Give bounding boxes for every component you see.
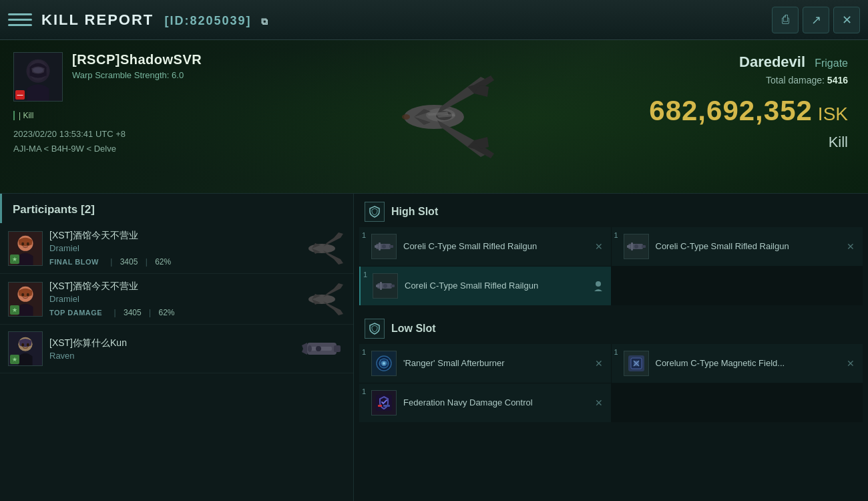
- copy-button[interactable]: ⎙: [772, 7, 799, 33]
- total-damage-value: 5416: [827, 75, 848, 86]
- equipment-image: [624, 234, 649, 259]
- participant-name: [XST]酒馆今天不营业: [49, 281, 292, 293]
- participant-item[interactable]: ★ [XST]酒馆今天不营业 Dramiel Top Damage | 3405…: [0, 274, 353, 325]
- participant-badge: Final Blow: [49, 258, 99, 266]
- title-text: KILL REPORT: [41, 11, 154, 28]
- participant-stats: Final Blow | 3405 | 62%: [49, 257, 292, 267]
- equipment-name: Federation Navy Damage Control: [403, 397, 587, 409]
- svg-point-14: [21, 293, 24, 296]
- low-shield-icon: [368, 322, 381, 335]
- equipment-image: [371, 390, 397, 415]
- svg-point-15: [27, 293, 29, 296]
- close-button[interactable]: ✕: [833, 7, 860, 33]
- participant-ship-icon: [298, 283, 345, 316]
- hero-section: — [RSCP]ShadowSVR Warp Scramble Strength…: [0, 40, 868, 194]
- report-id: [ID:8205039]: [164, 14, 251, 27]
- kill-datetime: 2023/02/20 13:53:41 UTC +8: [13, 127, 214, 142]
- remove-button[interactable]: ✕: [594, 397, 604, 408]
- equipment-panel: High Slot 1 Coreli C-Type Small Rifled R…: [354, 194, 868, 501]
- equipment-qty: 1: [362, 348, 366, 356]
- copy-id-button[interactable]: ⧉: [261, 16, 269, 27]
- participant-avatar: ★: [8, 331, 43, 366]
- header-bar: KILL REPORT [ID:8205039] ⧉ ⎙ ↗ ✕: [0, 0, 868, 40]
- railgun-icon: [626, 236, 647, 257]
- main-content: Participants [2] ★: [0, 194, 868, 501]
- afterburner-icon: [373, 353, 395, 374]
- remove-button[interactable]: ✕: [594, 358, 604, 369]
- pilot-icon: [592, 280, 604, 292]
- menu-button[interactable]: [8, 8, 32, 32]
- share-button[interactable]: ↗: [803, 7, 829, 33]
- equipment-item[interactable]: 1 'Ranger' Small Afterburner ✕: [359, 344, 611, 383]
- shield-icon: [368, 205, 381, 218]
- equipment-item[interactable]: 1 Coreli C-Type Small Rifled Railgun ✕: [612, 227, 863, 266]
- total-damage-label: Total damage:: [766, 75, 825, 86]
- railgun-icon: [375, 275, 396, 297]
- raven-icon: [298, 332, 345, 365]
- ship-name: Daredevil: [739, 53, 805, 70]
- participant-damage: 3405: [124, 308, 142, 317]
- participants-title: Participants [2]: [0, 194, 353, 223]
- dramiel-icon: [298, 232, 345, 265]
- low-slot-label: Low Slot: [391, 323, 436, 335]
- high-slot-title: High Slot: [354, 194, 868, 227]
- svg-point-39: [383, 284, 387, 288]
- svg-point-24: [316, 346, 321, 351]
- svg-rect-22: [334, 345, 341, 352]
- svg-point-9: [21, 242, 24, 245]
- svg-point-16: [308, 295, 335, 304]
- svg-point-34: [634, 244, 638, 248]
- remove-button[interactable]: ✕: [845, 241, 856, 252]
- low-slot-icon: [365, 319, 385, 339]
- hero-left-panel: — [RSCP]ShadowSVR Warp Scramble Strength…: [0, 40, 227, 193]
- hero-meta: 2023/02/20 13:53:41 UTC +8 AJI-MA < B4H-…: [13, 127, 214, 156]
- participant-info: [XST]你算什么Kun Raven: [43, 337, 298, 361]
- svg-point-10: [27, 242, 29, 245]
- equipment-image: [624, 351, 649, 376]
- svg-rect-28: [375, 245, 378, 248]
- remove-button[interactable]: ✕: [594, 241, 604, 252]
- ship-name-row: Daredevil Frigate: [649, 53, 848, 71]
- equipment-qty: 1: [363, 271, 367, 279]
- dramiel-icon: [298, 283, 345, 316]
- participant-avatar: ★: [8, 282, 43, 317]
- remove-button[interactable]: ✕: [845, 358, 856, 369]
- equipment-image: [371, 351, 397, 376]
- stat-divider: |: [114, 308, 116, 317]
- svg-rect-33: [627, 245, 630, 248]
- svg-point-20: [27, 343, 29, 347]
- equipment-name: 'Ranger' Small Afterburner: [403, 358, 587, 369]
- participants-label: Participants: [13, 203, 77, 216]
- kill-result: Kill: [649, 134, 848, 151]
- equipment-qty: 1: [362, 387, 366, 395]
- stat-divider: |: [110, 257, 112, 267]
- equipment-item[interactable]: 1 Corelum C-Type Magnetic Field... ✕: [612, 344, 863, 383]
- equipment-item[interactable]: 1 Coreli C-Type Small Rifled Railgun ✕: [359, 227, 611, 266]
- participant-name: [XST]酒馆今天不营业: [49, 230, 292, 242]
- participants-count: [2]: [81, 203, 95, 216]
- equipment-item[interactable]: 1 Federation Navy Damage Control ✕: [359, 383, 611, 422]
- isk-row: 682,692,352 ISK: [649, 90, 848, 127]
- participant-item[interactable]: ★ [XST]你算什么Kun Raven: [0, 325, 353, 373]
- pilot-name: [RSCP]ShadowSVR: [72, 52, 214, 67]
- svg-rect-38: [376, 285, 379, 287]
- low-slot-grid: 1 'Ranger' Small Afterburner ✕ 1: [359, 344, 863, 422]
- participant-item[interactable]: ★ [XST]酒馆今天不营业 Dramiel Final Blow | 3405…: [0, 223, 353, 274]
- svg-point-19: [21, 343, 24, 347]
- participant-ship: Raven: [49, 351, 292, 361]
- svg-point-29: [382, 244, 386, 248]
- stat-divider: |: [149, 308, 151, 317]
- ship-class: Frigate: [815, 57, 848, 69]
- equipment-item-highlighted[interactable]: 1 Coreli C-Type Small Rifled Railgun: [359, 267, 611, 305]
- participant-rank-star: ★: [10, 255, 19, 264]
- participant-info: [XST]酒馆今天不营业 Dramiel Final Blow | 3405 |…: [43, 230, 298, 267]
- pilot-avatar: —: [13, 52, 63, 102]
- ship-image: [327, 50, 541, 184]
- pilot-row: — [RSCP]ShadowSVR Warp Scramble Strength…: [13, 52, 214, 102]
- total-damage-row: Total damage: 5416: [649, 75, 848, 86]
- low-slot-title: Low Slot: [354, 311, 868, 344]
- participant-ship-icon: [298, 232, 345, 265]
- svg-rect-40: [380, 282, 382, 290]
- participant-stats: Top Damage | 3405 | 62%: [49, 308, 292, 317]
- participants-panel: Participants [2] ★: [0, 194, 354, 501]
